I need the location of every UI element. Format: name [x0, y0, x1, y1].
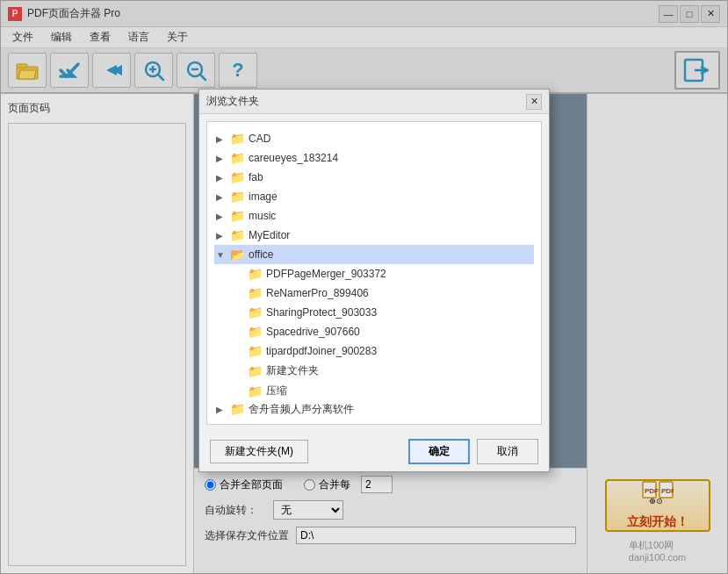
list-item[interactable]: ▶ 📁 MyEditor: [214, 226, 534, 245]
expand-arrow: ▶: [216, 212, 230, 221]
folder-tree: ▶ 📁 CAD ▶ 📁 careueyes_183214 ▶ 📁 fa: [214, 129, 534, 417]
list-item[interactable]: ▶ 📁 image: [214, 187, 534, 206]
dialog-content[interactable]: ▶ 📁 CAD ▶ 📁 careueyes_183214 ▶ 📁 fa: [206, 121, 542, 425]
folder-label: tipardpdfJoiner_900283: [266, 345, 377, 357]
folder-label: PDFPageMerger_903372: [266, 268, 386, 280]
list-item[interactable]: ▶ 📁 新建文件夹: [232, 361, 534, 381]
folder-label: careueyes_183214: [249, 152, 338, 164]
folder-label: SharingProtect_903033: [266, 306, 377, 319]
folder-label: ReNamerPro_899406: [266, 287, 369, 299]
folder-icon: 📁: [248, 305, 263, 319]
folder-icon: 📁: [248, 325, 263, 339]
list-item[interactable]: ▶ 📁 SharingProtect_903033: [232, 303, 534, 322]
dialog-footer: 新建文件夹(M) 确定 取消: [199, 432, 549, 471]
browse-folder-dialog: 浏览文件夹 ✕ ▶ 📁 CAD ▶ 📁 careueyes_1: [198, 89, 550, 472]
cancel-button[interactable]: 取消: [477, 439, 538, 464]
main-window: P PDF页面合并器 Pro — □ ✕ 文件 编辑 查看 语言 关于: [0, 0, 728, 574]
folder-label: 压缩: [266, 384, 287, 398]
list-item[interactable]: ▶ 📁 压缩: [232, 381, 534, 401]
expand-arrow: ▼: [216, 250, 230, 260]
dialog-title: 浏览文件夹: [206, 94, 259, 109]
expand-arrow: ▶: [216, 134, 230, 144]
folder-label: 新建文件夹: [266, 363, 319, 378]
list-item[interactable]: ▶ 📁 tipardpdfJoiner_900283: [232, 341, 534, 361]
list-item[interactable]: ▼ 📂 office: [214, 245, 534, 264]
list-item[interactable]: ▶ 📁 CAD: [214, 129, 534, 148]
list-item[interactable]: ▶ 📁 Spacedrive_907660: [232, 322, 534, 341]
folder-icon: 📁: [230, 170, 245, 184]
list-item[interactable]: ▶ 📁 fab: [214, 168, 534, 187]
dialog-title-bar: 浏览文件夹 ✕: [199, 90, 549, 114]
folder-label: image: [249, 190, 278, 203]
folder-icon: 📁: [248, 267, 263, 281]
folder-label: MyEditor: [249, 229, 290, 241]
folder-icon: 📁: [248, 364, 263, 378]
folder-open-icon: 📂: [230, 248, 245, 262]
list-item[interactable]: ▶ 📁 舍舟音频人声分离软件: [214, 401, 534, 417]
tree-children: ▶ 📁 PDFPageMerger_903372 ▶ 📁 ReNamerPro_…: [214, 264, 534, 401]
expand-arrow: ▶: [216, 154, 230, 163]
expand-arrow: ▶: [216, 173, 230, 183]
list-item[interactable]: ▶ 📁 ReNamerPro_899406: [232, 283, 534, 303]
folder-icon: 📁: [230, 209, 245, 223]
folder-icon: 📁: [230, 190, 245, 204]
folder-icon: 📁: [230, 151, 245, 165]
expand-arrow: ▶: [216, 405, 230, 414]
list-item[interactable]: ▶ 📁 PDFPageMerger_903372: [232, 264, 534, 283]
dialog-close-button[interactable]: ✕: [526, 94, 542, 110]
expand-arrow: ▶: [216, 231, 230, 240]
folder-label: fab: [249, 171, 263, 183]
folder-icon: 📁: [230, 132, 245, 146]
folder-label: CAD: [249, 133, 270, 145]
folder-icon: 📁: [230, 402, 245, 416]
new-folder-button[interactable]: 新建文件夹(M): [210, 440, 308, 463]
expand-arrow: ▶: [216, 192, 230, 202]
list-item[interactable]: ▶ 📁 music: [214, 206, 534, 226]
folder-icon: 📁: [230, 228, 245, 242]
folder-label: music: [249, 210, 276, 222]
list-item[interactable]: ▶ 📁 careueyes_183214: [214, 148, 534, 168]
dialog-overlay: 浏览文件夹 ✕ ▶ 📁 CAD ▶ 📁 careueyes_1: [1, 1, 727, 573]
ok-button[interactable]: 确定: [408, 439, 470, 464]
folder-label: 舍舟音频人声分离软件: [249, 402, 354, 417]
folder-label: Spacedrive_907660: [266, 326, 360, 338]
folder-label: office: [249, 248, 273, 261]
folder-icon: 📁: [248, 384, 263, 398]
folder-icon: 📁: [248, 286, 263, 300]
folder-icon: 📁: [248, 344, 263, 358]
